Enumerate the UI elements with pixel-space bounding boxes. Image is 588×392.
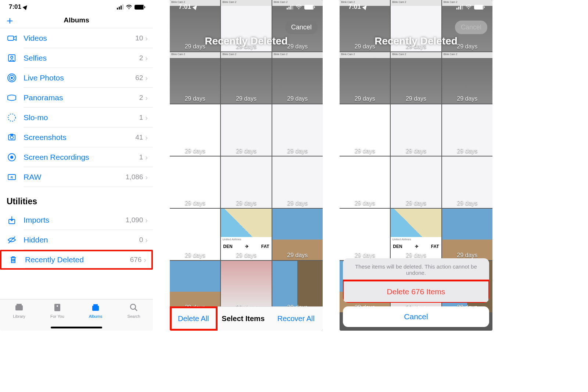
thumbnail[interactable]: United AirlinesDEN✈FAT29 days — [221, 209, 271, 260]
row-slo-mo[interactable]: Slo-mo1› — [0, 108, 153, 127]
thumbnail[interactable]: 29 days — [272, 104, 323, 156]
thumbnail[interactable]: 29 days — [170, 261, 220, 312]
screenshot-delete-confirm: Blink Cam 229 daysBlink Cam 229 daysBlin… — [340, 0, 492, 331]
days-remaining: 29 days — [221, 96, 271, 102]
thumbnail[interactable]: 29 days — [340, 104, 390, 156]
thumbnail[interactable]: 29 days — [170, 209, 220, 260]
days-remaining: 29 days — [340, 200, 390, 206]
svg-point-22 — [130, 304, 136, 309]
delete-all-button[interactable]: Delete All — [178, 314, 209, 323]
row-live-photos[interactable]: Live Photos62› — [0, 68, 153, 88]
battery-icon — [474, 5, 484, 10]
svg-point-11 — [10, 156, 13, 159]
row-selfies[interactable]: Selfies2› — [0, 48, 153, 68]
cancel-button[interactable]: Cancel — [455, 21, 487, 34]
thumbnail[interactable]: 29 days — [391, 157, 441, 208]
row-label: Panoramas — [24, 93, 139, 102]
tab-library[interactable]: Library — [0, 302, 38, 331]
row-screen-recordings[interactable]: Screen Recordings1› — [0, 147, 153, 167]
thumbnail[interactable]: 29 days — [272, 261, 323, 312]
tab-label: For You — [38, 314, 76, 319]
days-remaining: 29 days — [170, 200, 220, 206]
battery-icon — [304, 5, 314, 10]
row-recently-deleted[interactable]: Recently Deleted676› — [0, 250, 153, 270]
thumbnail[interactable]: 29 days — [221, 157, 271, 208]
thumbnail[interactable]: 29 days — [170, 157, 220, 208]
svg-point-8 — [10, 136, 13, 139]
recover-all-button[interactable]: Recover All — [277, 314, 315, 323]
thumbnail[interactable]: 29 days — [272, 209, 323, 260]
row-raw[interactable]: RRAW1,086› — [0, 167, 153, 187]
row-count: 1 — [139, 153, 143, 161]
svg-rect-17 — [17, 304, 22, 305]
thumbnail[interactable]: 29 days — [221, 104, 271, 156]
chevron-right-icon: › — [145, 94, 148, 102]
thumbnail[interactable]: Blink Cam 229 days — [442, 52, 492, 104]
thumbnail[interactable]: Blink Cam 229 days — [340, 52, 390, 104]
days-remaining: 29 days — [442, 200, 492, 206]
thumbnail[interactable]: 29 days — [340, 209, 390, 260]
svg-rect-20 — [92, 306, 99, 311]
utilities-list: Imports1,090›Hidden0›Recently Deleted676… — [0, 210, 153, 270]
thumbnail[interactable]: Blink Cam 229 days — [221, 52, 271, 104]
days-remaining: 29 days — [391, 252, 441, 259]
thumbnail[interactable]: Blink Cam 229 days — [391, 52, 441, 104]
thumbnail[interactable]: 29 days — [221, 261, 271, 312]
thumbnail[interactable]: 29 days — [442, 157, 492, 208]
days-remaining: 29 days — [170, 148, 220, 154]
row-screenshots[interactable]: Screenshots41› — [0, 127, 153, 147]
home-indicator — [51, 327, 102, 328]
row-count: 1,090 — [126, 216, 143, 224]
delete-items-button[interactable]: Delete 676 Items — [344, 281, 488, 302]
cell-signal-icon — [117, 4, 123, 10]
svg-rect-16 — [15, 305, 23, 310]
row-label: Hidden — [24, 235, 139, 244]
row-label: Screenshots — [24, 133, 135, 142]
battery-icon — [135, 5, 144, 10]
days-remaining: 29 days — [340, 252, 390, 259]
cancel-button[interactable]: Cancel — [285, 21, 318, 34]
thumbnail[interactable]: United AirlinesDEN✈FAT29 days — [391, 209, 441, 260]
add-button[interactable]: + — [7, 15, 13, 27]
row-videos[interactable]: Videos10› — [0, 28, 153, 48]
raw-icon: R — [7, 172, 24, 182]
page-title: Albums — [64, 16, 89, 24]
thumbnail[interactable]: 29 days — [272, 157, 323, 208]
screenrec-icon — [7, 152, 24, 162]
tab-label: Library — [0, 314, 38, 319]
cell-signal-icon — [456, 4, 463, 10]
days-remaining: 29 days — [442, 252, 492, 259]
thumbnail[interactable]: 29 days — [442, 209, 492, 260]
sheet-cancel-button[interactable]: Cancel — [343, 306, 489, 327]
tab-bar: LibraryFor YouAlbumsSearch — [0, 299, 153, 331]
thumbnail[interactable]: 29 days — [442, 104, 492, 156]
wifi-icon — [126, 4, 132, 10]
days-remaining: 29 days — [221, 148, 271, 154]
tab-label: Search — [115, 314, 153, 319]
thumbnail[interactable]: 29 days — [391, 104, 441, 156]
svg-point-3 — [11, 77, 13, 79]
screenshot-recently-deleted: Blink Cam 229 daysBlink Cam 229 daysBlin… — [170, 0, 323, 331]
select-items-button[interactable]: Select Items — [222, 314, 265, 323]
thumb-header: Blink Cam 2 — [170, 52, 220, 58]
days-remaining: 29 days — [170, 96, 220, 102]
days-remaining: 29 days — [221, 252, 271, 259]
row-count: 2 — [139, 54, 143, 62]
location-icon — [23, 4, 29, 10]
days-remaining: 29 days — [272, 200, 323, 206]
tab-search[interactable]: Search — [115, 302, 153, 331]
days-remaining: 29 days — [442, 96, 492, 102]
row-hidden[interactable]: Hidden0› — [0, 230, 153, 250]
row-imports[interactable]: Imports1,090› — [0, 210, 153, 230]
thumbnail[interactable]: Blink Cam 229 days — [170, 52, 220, 104]
svg-rect-18 — [54, 304, 60, 311]
row-panoramas[interactable]: Panoramas2› — [0, 88, 153, 108]
thumbnail[interactable]: 29 days — [340, 157, 390, 208]
row-label: Live Photos — [24, 73, 135, 82]
row-label: Imports — [24, 216, 126, 224]
row-count: 2 — [139, 94, 143, 102]
row-count: 41 — [135, 133, 143, 141]
thumbnail[interactable]: 29 days — [170, 104, 220, 156]
thumbnail[interactable]: Blink Cam 229 days — [272, 52, 323, 104]
action-sheet: These items will be deleted. This action… — [343, 258, 489, 327]
